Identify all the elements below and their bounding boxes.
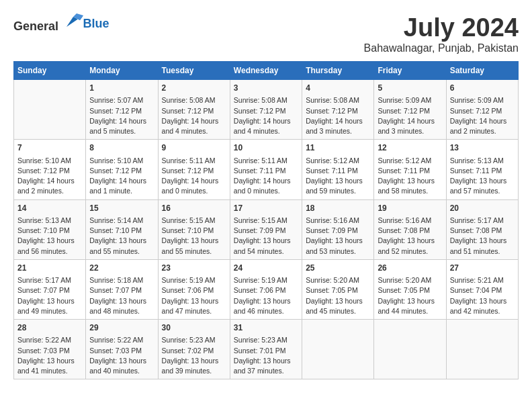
day-number: 30 [162, 322, 226, 334]
calendar-cell: 15Sunrise: 5:14 AM Sunset: 7:10 PM Dayli… [86, 199, 158, 259]
cell-content: Sunrise: 5:16 AM Sunset: 7:09 PM Dayligh… [306, 216, 370, 257]
cell-content: Sunrise: 5:16 AM Sunset: 7:08 PM Dayligh… [378, 216, 442, 257]
cell-content: Sunrise: 5:22 AM Sunset: 7:03 PM Dayligh… [17, 335, 82, 376]
calendar-cell: 28Sunrise: 5:22 AM Sunset: 7:03 PM Dayli… [14, 320, 86, 379]
calendar-week-row: 21Sunrise: 5:17 AM Sunset: 7:07 PM Dayli… [14, 259, 519, 319]
cell-content: Sunrise: 5:13 AM Sunset: 7:11 PM Dayligh… [450, 156, 515, 197]
cell-content: Sunrise: 5:13 AM Sunset: 7:10 PM Dayligh… [17, 216, 82, 257]
day-number: 13 [450, 142, 515, 154]
day-number: 22 [89, 263, 154, 274]
day-number: 3 [234, 83, 298, 94]
day-header-thursday: Thursday [302, 62, 374, 80]
cell-content: Sunrise: 5:19 AM Sunset: 7:06 PM Dayligh… [234, 275, 298, 316]
cell-content: Sunrise: 5:10 AM Sunset: 7:12 PM Dayligh… [89, 156, 154, 197]
calendar-cell: 16Sunrise: 5:15 AM Sunset: 7:10 PM Dayli… [158, 199, 230, 259]
cell-content: Sunrise: 5:20 AM Sunset: 7:05 PM Dayligh… [306, 275, 370, 316]
day-number: 26 [378, 263, 442, 274]
cell-content: Sunrise: 5:08 AM Sunset: 7:12 PM Dayligh… [306, 95, 370, 136]
cell-content: Sunrise: 5:10 AM Sunset: 7:12 PM Dayligh… [17, 156, 82, 197]
day-number: 21 [17, 263, 82, 274]
location-title: Bahawalnagar, Punjab, Pakistan [364, 42, 519, 54]
calendar-cell: 23Sunrise: 5:19 AM Sunset: 7:06 PM Dayli… [158, 259, 230, 319]
calendar-cell: 22Sunrise: 5:18 AM Sunset: 7:07 PM Dayli… [86, 259, 158, 319]
calendar-cell: 5Sunrise: 5:09 AM Sunset: 7:12 PM Daylig… [374, 80, 446, 140]
cell-content: Sunrise: 5:11 AM Sunset: 7:12 PM Dayligh… [162, 156, 226, 197]
cell-content: Sunrise: 5:15 AM Sunset: 7:09 PM Dayligh… [234, 216, 298, 257]
day-number: 18 [306, 203, 370, 214]
cell-content: Sunrise: 5:15 AM Sunset: 7:10 PM Dayligh… [162, 216, 226, 257]
day-number: 10 [234, 142, 298, 154]
calendar-week-row: 28Sunrise: 5:22 AM Sunset: 7:03 PM Dayli… [14, 320, 519, 379]
day-number: 4 [306, 83, 370, 94]
logo: General Blue [13, 13, 109, 34]
day-number: 14 [17, 203, 82, 214]
calendar-cell: 12Sunrise: 5:12 AM Sunset: 7:11 PM Dayli… [374, 140, 446, 199]
calendar-cell: 8Sunrise: 5:10 AM Sunset: 7:12 PM Daylig… [86, 140, 158, 199]
calendar-cell: 1Sunrise: 5:07 AM Sunset: 7:12 PM Daylig… [86, 80, 158, 140]
day-number: 25 [306, 263, 370, 274]
cell-content: Sunrise: 5:14 AM Sunset: 7:10 PM Dayligh… [89, 216, 154, 257]
month-title: July 2024 [364, 13, 519, 42]
day-number: 12 [378, 142, 442, 154]
day-number: 8 [89, 142, 154, 154]
calendar-cell: 9Sunrise: 5:11 AM Sunset: 7:12 PM Daylig… [158, 140, 230, 199]
day-number: 23 [162, 263, 226, 274]
calendar-cell: 29Sunrise: 5:22 AM Sunset: 7:03 PM Dayli… [86, 320, 158, 379]
cell-content: Sunrise: 5:17 AM Sunset: 7:08 PM Dayligh… [450, 216, 515, 257]
day-number: 20 [450, 203, 515, 214]
calendar-cell: 27Sunrise: 5:21 AM Sunset: 7:04 PM Dayli… [446, 259, 518, 319]
cell-content: Sunrise: 5:23 AM Sunset: 7:01 PM Dayligh… [234, 335, 298, 376]
cell-content: Sunrise: 5:17 AM Sunset: 7:07 PM Dayligh… [17, 275, 82, 316]
day-number: 11 [306, 142, 370, 154]
day-number: 1 [89, 83, 154, 94]
calendar-cell [302, 320, 374, 379]
logo-general: General [13, 19, 58, 33]
calendar-cell [14, 80, 86, 140]
day-number: 9 [162, 142, 226, 154]
calendar-week-row: 1Sunrise: 5:07 AM Sunset: 7:12 PM Daylig… [14, 80, 519, 140]
calendar-cell: 31Sunrise: 5:23 AM Sunset: 7:01 PM Dayli… [230, 320, 302, 379]
day-header-sunday: Sunday [14, 62, 86, 80]
calendar-cell: 30Sunrise: 5:23 AM Sunset: 7:02 PM Dayli… [158, 320, 230, 379]
calendar-cell: 24Sunrise: 5:19 AM Sunset: 7:06 PM Dayli… [230, 259, 302, 319]
calendar-cell: 11Sunrise: 5:12 AM Sunset: 7:11 PM Dayli… [302, 140, 374, 199]
cell-content: Sunrise: 5:08 AM Sunset: 7:12 PM Dayligh… [162, 95, 226, 136]
cell-content: Sunrise: 5:07 AM Sunset: 7:12 PM Dayligh… [89, 95, 154, 136]
calendar-header-row: SundayMondayTuesdayWednesdayThursdayFrid… [14, 62, 519, 80]
calendar-cell: 2Sunrise: 5:08 AM Sunset: 7:12 PM Daylig… [158, 80, 230, 140]
logo-blue: Blue [83, 17, 109, 31]
cell-content: Sunrise: 5:11 AM Sunset: 7:11 PM Dayligh… [234, 156, 298, 197]
day-number: 27 [450, 263, 515, 274]
cell-content: Sunrise: 5:21 AM Sunset: 7:04 PM Dayligh… [450, 275, 515, 316]
day-number: 17 [234, 203, 298, 214]
day-number: 19 [378, 203, 442, 214]
calendar-cell: 26Sunrise: 5:20 AM Sunset: 7:05 PM Dayli… [374, 259, 446, 319]
cell-content: Sunrise: 5:23 AM Sunset: 7:02 PM Dayligh… [162, 335, 226, 376]
cell-content: Sunrise: 5:12 AM Sunset: 7:11 PM Dayligh… [306, 156, 370, 197]
day-number: 28 [17, 322, 82, 334]
calendar-week-row: 7Sunrise: 5:10 AM Sunset: 7:12 PM Daylig… [14, 140, 519, 199]
day-number: 15 [89, 203, 154, 214]
cell-content: Sunrise: 5:19 AM Sunset: 7:06 PM Dayligh… [162, 275, 226, 316]
cell-content: Sunrise: 5:22 AM Sunset: 7:03 PM Dayligh… [89, 335, 154, 376]
calendar-cell: 17Sunrise: 5:15 AM Sunset: 7:09 PM Dayli… [230, 199, 302, 259]
day-number: 7 [17, 142, 82, 154]
calendar-table: SundayMondayTuesdayWednesdayThursdayFrid… [13, 61, 519, 379]
calendar-week-row: 14Sunrise: 5:13 AM Sunset: 7:10 PM Dayli… [14, 199, 519, 259]
cell-content: Sunrise: 5:08 AM Sunset: 7:12 PM Dayligh… [234, 95, 298, 136]
calendar-cell: 10Sunrise: 5:11 AM Sunset: 7:11 PM Dayli… [230, 140, 302, 199]
header: General Blue July 2024 Bahawalnagar, Pun… [13, 13, 519, 54]
calendar-cell: 6Sunrise: 5:09 AM Sunset: 7:12 PM Daylig… [446, 80, 518, 140]
calendar-cell: 3Sunrise: 5:08 AM Sunset: 7:12 PM Daylig… [230, 80, 302, 140]
day-header-saturday: Saturday [446, 62, 518, 80]
cell-content: Sunrise: 5:09 AM Sunset: 7:12 PM Dayligh… [378, 95, 442, 136]
calendar-cell: 7Sunrise: 5:10 AM Sunset: 7:12 PM Daylig… [14, 140, 86, 199]
cell-content: Sunrise: 5:12 AM Sunset: 7:11 PM Dayligh… [378, 156, 442, 197]
calendar-cell: 25Sunrise: 5:20 AM Sunset: 7:05 PM Dayli… [302, 259, 374, 319]
day-header-wednesday: Wednesday [230, 62, 302, 80]
day-number: 31 [234, 322, 298, 334]
day-number: 16 [162, 203, 226, 214]
day-header-friday: Friday [374, 62, 446, 80]
title-section: July 2024 Bahawalnagar, Punjab, Pakistan [364, 13, 519, 54]
cell-content: Sunrise: 5:20 AM Sunset: 7:05 PM Dayligh… [378, 275, 442, 316]
